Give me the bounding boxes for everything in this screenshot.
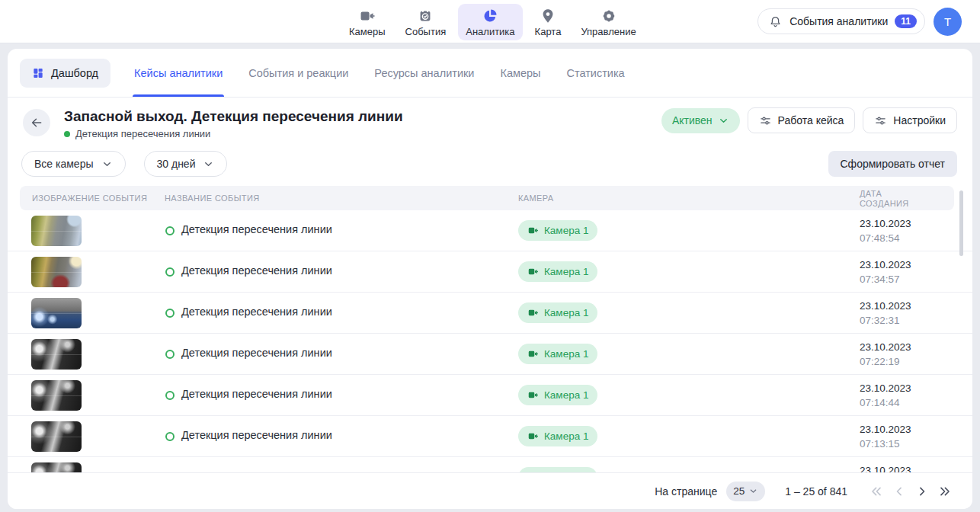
table-header: ИЗОБРАЖЕНИЕ СОБЫТИЯ НАЗВАНИЕ СОБЫТИЯ КАМ… — [20, 186, 954, 210]
time-value: 07:34:57 — [860, 272, 911, 286]
prev-page-button[interactable] — [892, 482, 910, 501]
case-work-label: Работа кейса — [778, 114, 844, 126]
tabs-row: Дашборд Кейсы аналитики События и реакци… — [8, 49, 972, 98]
bell-icon — [768, 14, 783, 29]
analytics-events-label: События аналитики — [789, 15, 888, 27]
time-value: 07:32:31 — [860, 313, 911, 328]
event-thumbnail[interactable] — [31, 298, 82, 328]
table-body: Детекция пересечения линии Камера 1 23.1… — [8, 210, 972, 498]
dashboard-button[interactable]: Дашборд — [20, 59, 110, 88]
camera-badge-label: Камера 1 — [544, 266, 588, 277]
event-ring-icon — [165, 267, 175, 277]
videocam-icon — [359, 8, 376, 24]
period-filter-label: 30 дней — [157, 158, 196, 170]
table-row[interactable]: Детекция пересечения линии Камера 1 23.1… — [8, 293, 972, 334]
nav-item-events[interactable]: События — [398, 4, 454, 40]
nav-item-videocam[interactable]: Камеры — [341, 4, 393, 40]
nav-item-pin[interactable]: Карта — [527, 4, 569, 40]
event-thumbnail[interactable] — [31, 339, 82, 370]
tab-label: Ресурсы аналитики — [374, 67, 474, 79]
tab-2[interactable]: Ресурсы аналитики — [361, 49, 487, 97]
date-cell: 23.10.2023 07:48:54 — [860, 216, 911, 245]
back-button[interactable] — [23, 109, 50, 136]
per-page-dropdown[interactable]: 25 — [726, 482, 765, 501]
camera-badge-label: Камера 1 — [544, 348, 588, 360]
table-row[interactable]: Детекция пересечения линии Камера 1 23.1… — [8, 251, 972, 293]
sliders-icon — [759, 114, 772, 127]
table-row[interactable]: Детекция пересечения линии Камера 1 23.1… — [8, 416, 972, 457]
date-value: 23.10.2023 — [860, 422, 911, 437]
camera-badge[interactable]: Камера 1 — [518, 426, 597, 446]
status-dropdown[interactable]: Активен — [661, 108, 740, 133]
camera-badge[interactable]: Камера 1 — [518, 220, 597, 241]
event-thumbnail[interactable] — [31, 216, 82, 246]
date-cell: 23.10.2023 07:22:19 — [860, 340, 911, 369]
events-table: ИЗОБРАЖЕНИЕ СОБЫТИЯ НАЗВАНИЕ СОБЫТИЯ КАМ… — [8, 186, 972, 498]
chevron-down-icon — [748, 486, 758, 496]
settings-button[interactable]: Настройки — [863, 107, 957, 133]
next-page-button[interactable] — [914, 482, 933, 501]
tab-3[interactable]: Камеры — [487, 49, 553, 97]
gear-icon — [600, 8, 617, 24]
event-ring-icon — [165, 391, 175, 400]
camera-filter-dropdown[interactable]: Все камеры — [21, 151, 126, 177]
time-value: 07:13:15 — [860, 437, 911, 451]
table-row[interactable]: Детекция пересечения линии Камера 1 23.1… — [8, 210, 972, 251]
camera-badge-label: Камера 1 — [544, 307, 588, 318]
videocam-icon — [527, 307, 539, 318]
first-page-button[interactable] — [869, 482, 887, 501]
event-name: Детекция пересечения линии — [181, 223, 332, 235]
event-name: Детекция пересечения линии — [181, 388, 332, 400]
pager-controls — [869, 482, 956, 501]
table-row[interactable]: Детекция пересечения линии Камера 1 23.1… — [8, 334, 972, 375]
page-title: Запасной выход. Детекция пересечения лин… — [64, 107, 403, 126]
tab-label: Камеры — [500, 67, 540, 79]
settings-label: Настройки — [893, 114, 946, 126]
status-label: Активен — [672, 114, 713, 126]
event-thumbnail[interactable] — [31, 421, 82, 452]
period-filter-dropdown[interactable]: 30 дней — [144, 151, 228, 177]
case-header: Запасной выход. Детекция пересечения лин… — [8, 107, 972, 139]
date-value: 23.10.2023 — [860, 216, 911, 231]
column-header-camera: КАМЕРА — [518, 186, 554, 210]
title-block: Запасной выход. Детекция пересечения лин… — [64, 107, 403, 139]
case-subtitle-label: Детекция пересечения линии — [75, 128, 210, 139]
tab-0[interactable]: Кейсы аналитики — [121, 49, 235, 97]
last-page-button[interactable] — [937, 482, 956, 501]
event-thumbnail[interactable] — [31, 257, 82, 287]
analytics-events-button[interactable]: События аналитики 11 — [757, 8, 925, 34]
camera-badge[interactable]: Камера 1 — [518, 302, 597, 323]
grid-icon — [32, 67, 44, 79]
table-row[interactable]: Детекция пересечения линии Камера 1 23.1… — [8, 375, 972, 416]
arrow-left-icon — [30, 116, 43, 130]
case-work-button[interactable]: Работа кейса — [748, 107, 856, 133]
filters-row: Все камеры 30 дней Сформировать отчет — [8, 151, 972, 177]
nav-item-label: Камеры — [349, 26, 386, 37]
time-value: 07:48:54 — [860, 231, 911, 245]
vertical-scrollbar[interactable] — [959, 190, 963, 256]
videocam-icon — [527, 348, 539, 360]
chevron-down-icon — [101, 158, 113, 170]
camera-badge[interactable]: Камера 1 — [518, 344, 597, 364]
videocam-icon — [527, 266, 539, 277]
time-value: 07:22:19 — [860, 354, 911, 369]
videocam-icon — [527, 389, 539, 401]
camera-badge[interactable]: Камера 1 — [518, 261, 597, 282]
generate-report-button[interactable]: Сформировать отчет — [828, 151, 958, 177]
pie-icon — [482, 8, 498, 24]
tab-4[interactable]: Статистика — [553, 49, 637, 97]
nav-item-pie[interactable]: Аналитика — [458, 4, 522, 40]
chevron-down-icon — [718, 115, 729, 126]
column-header-image: ИЗОБРАЖЕНИЕ СОБЫТИЯ — [32, 186, 147, 210]
avatar[interactable]: T — [934, 8, 962, 36]
nav-item-gear[interactable]: Управление — [573, 4, 643, 40]
case-subtitle: Детекция пересечения линии — [64, 128, 403, 139]
date-value: 23.10.2023 — [860, 258, 911, 272]
tab-1[interactable]: События и реакции — [235, 49, 361, 97]
event-thumbnail[interactable] — [31, 380, 82, 411]
main-card: Дашборд Кейсы аналитики События и реакци… — [8, 49, 972, 509]
events-icon — [417, 8, 434, 24]
event-name: Детекция пересечения линии — [181, 429, 332, 441]
pagination-bar: На странице 25 1 – 25 of 841 — [8, 473, 972, 509]
camera-badge[interactable]: Камера 1 — [518, 385, 597, 405]
